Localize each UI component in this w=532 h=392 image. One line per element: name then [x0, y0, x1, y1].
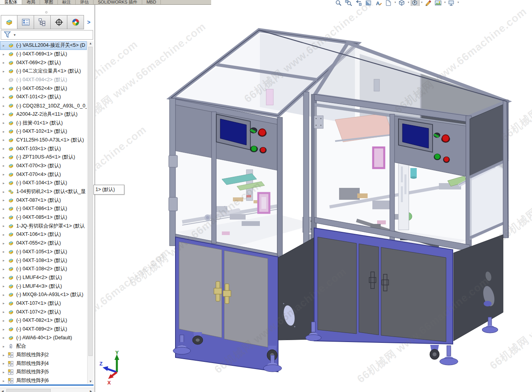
- expand-arrow-icon[interactable]: ▸: [3, 327, 8, 331]
- tree-item[interactable]: ▸(-) LMUF4<2> (默认): [0, 273, 87, 282]
- expand-arrow-icon[interactable]: ▸: [3, 95, 8, 99]
- expand-arrow-icon[interactable]: ▸: [3, 155, 8, 159]
- tree-item[interactable]: ▸(-) AWA6-40<1> (Default): [0, 333, 87, 342]
- apply-scene-icon[interactable]: [435, 0, 442, 6]
- tree-item[interactable]: ▸(-) 04XT-085<1> (默认): [0, 213, 87, 222]
- tree-item[interactable]: ▸局部线性阵列2: [0, 351, 87, 359]
- expand-arrow-icon[interactable]: ▸: [3, 284, 8, 288]
- expand-arrow-icon[interactable]: ▸: [3, 344, 8, 348]
- expand-arrow-icon[interactable]: ▸: [3, 69, 8, 73]
- tree-item[interactable]: ▸(-) 04XT-102<1> (默认): [0, 127, 87, 136]
- tree-item[interactable]: ▸(-) 04XT-105<1> (默认): [0, 248, 87, 256]
- expand-arrow-icon[interactable]: ▸: [3, 121, 8, 125]
- tree-item[interactable]: ▸(-) MXQ8-10A-A93L<1> (默认): [0, 291, 87, 299]
- tree-item[interactable]: ▸(-) 04XT-089<2> (默认): [0, 325, 87, 334]
- view-settings-caret-icon[interactable]: ▾: [395, 1, 396, 4]
- tree-item[interactable]: ▸04XT-070<4> (默认): [0, 170, 87, 179]
- tree-vertical-scrollbar[interactable]: ▲ ▼: [87, 41, 93, 384]
- section-view-icon[interactable]: [365, 0, 373, 6]
- tree-item[interactable]: ▸04XT-087<1> (默认): [0, 196, 87, 205]
- expand-arrow-icon[interactable]: ▸: [3, 258, 8, 262]
- expand-arrow-icon[interactable]: ▸: [3, 301, 8, 305]
- ribbon-tab[interactable]: MBD: [142, 0, 161, 4]
- filter-caret-icon[interactable]: ▼: [13, 33, 16, 37]
- expand-arrow-icon[interactable]: ▸: [3, 224, 8, 228]
- tree-item[interactable]: ▸配合: [0, 342, 87, 351]
- vertical-scroll-thumb[interactable]: [88, 47, 93, 356]
- tree-item[interactable]: ▸(-) 04二次定位量具<1> (默认): [0, 67, 87, 76]
- tree-item[interactable]: ▸(-) 04XT-086<1> (默认): [0, 205, 87, 213]
- expand-arrow-icon[interactable]: ▸: [3, 267, 8, 271]
- rollback-bar[interactable]: [0, 384, 93, 386]
- model-left-front[interactable]: [169, 98, 282, 261]
- tree-item[interactable]: ▸(-) 扭簧-01<1> (默认): [0, 119, 87, 127]
- fm-tab-overflow-arrow[interactable]: >: [84, 15, 93, 29]
- expand-arrow-icon[interactable]: ▸: [3, 190, 8, 194]
- tree-item[interactable]: ▸04XT-070<3> (默认): [0, 162, 87, 170]
- tree-item[interactable]: ▸(-) 04XT-052<4> (默认): [0, 84, 87, 93]
- expand-arrow-icon[interactable]: ▸: [3, 52, 8, 56]
- model-right-front[interactable]: [315, 94, 471, 251]
- tree-item[interactable]: (-) 04XT-094<2> (默认): [0, 76, 87, 84]
- expand-arrow-icon[interactable]: ▸: [3, 112, 8, 116]
- expand-arrow-icon[interactable]: ▸: [3, 181, 8, 185]
- graphics-viewport[interactable]: 66机械网 www.66machine.com66机械网 www.66machi…: [95, 5, 532, 392]
- annotations-icon[interactable]: A: [375, 0, 383, 6]
- tree-item[interactable]: ▸04XT-107<2> (默认): [0, 308, 87, 316]
- tree-item[interactable]: ▸A2004-JZ-2治具<11> (默认): [0, 110, 87, 119]
- tree-item[interactable]: ▸(-) ZPT10US-A5<1> (默认): [0, 153, 87, 162]
- tree-item[interactable]: ▸04XT-107<1> (默认): [0, 299, 87, 308]
- view-orientation-icon[interactable]: [411, 0, 419, 6]
- tree-item[interactable]: ▸局部线性阵列6: [0, 377, 87, 384]
- expand-arrow-icon[interactable]: ▸: [3, 147, 8, 151]
- previous-view-icon[interactable]: [355, 0, 363, 6]
- tree-item[interactable]: ▸局部线性阵列5: [0, 368, 87, 377]
- expand-arrow-icon[interactable]: ▸: [3, 216, 8, 220]
- expand-arrow-icon[interactable]: ▸: [3, 379, 8, 383]
- panel-divider[interactable]: [94, 5, 95, 392]
- display-states-caret-icon[interactable]: ▾: [458, 1, 459, 4]
- fm-tab-features-tree[interactable]: [1, 15, 17, 29]
- expand-arrow-icon[interactable]: ▸: [3, 241, 8, 245]
- expand-arrow-icon[interactable]: ▸: [3, 172, 8, 176]
- fm-tab-configuration-manager[interactable]: [34, 15, 51, 29]
- expand-arrow-icon[interactable]: ▸: [3, 310, 8, 314]
- expand-arrow-icon[interactable]: ▸: [3, 207, 8, 211]
- scroll-down-arrow[interactable]: ▼: [88, 380, 93, 383]
- tree-item[interactable]: ▸04XT-101<2> (默认): [0, 93, 87, 101]
- ribbon-tab[interactable]: 装配体: [0, 0, 22, 4]
- expand-arrow-icon[interactable]: ▸: [3, 293, 8, 297]
- tree-item[interactable]: ▸(-) 04XT-108<2> (默认): [0, 265, 87, 273]
- display-style-caret-icon[interactable]: ▾: [408, 1, 410, 4]
- ribbon-tab[interactable]: SOLIDWORKS 插件: [93, 0, 142, 4]
- expand-arrow-icon[interactable]: ▸: [3, 130, 8, 134]
- expand-arrow-icon[interactable]: ▸: [3, 319, 8, 323]
- expand-arrow-icon[interactable]: ▸: [3, 61, 8, 65]
- zoom-area-icon[interactable]: [345, 0, 353, 6]
- tree-item[interactable]: ▸(-) CDQ2B12_10DZ_A93L_0_0_C: [0, 101, 87, 110]
- expand-arrow-icon[interactable]: ▸: [3, 233, 8, 237]
- ribbon-tab[interactable]: 草图: [40, 0, 58, 4]
- tree-item[interactable]: ▸04XT-055<2> (默认): [0, 239, 87, 248]
- edit-appearance-icon[interactable]: [425, 0, 433, 6]
- model-right-end[interactable]: [470, 100, 508, 240]
- expand-arrow-icon[interactable]: ▸: [3, 86, 8, 90]
- fm-tab-property-manager[interactable]: [17, 15, 34, 29]
- tree-item[interactable]: ▸04XT-103<1> (默认): [0, 144, 87, 153]
- tree-item[interactable]: ▸(-) 04XT-069<1> (默认): [0, 50, 87, 59]
- horizontal-scroll-thumb[interactable]: [6, 389, 51, 392]
- cabinet-left[interactable]: [175, 237, 278, 372]
- expand-arrow-icon[interactable]: ▸: [3, 198, 8, 202]
- panel-gripper[interactable]: [45, 11, 48, 13]
- tree-horizontal-scrollbar[interactable]: ◄ ►: [0, 388, 94, 392]
- expand-arrow-icon[interactable]: ▸: [3, 353, 8, 357]
- ribbon-tab[interactable]: 标注: [58, 0, 76, 4]
- tree-item[interactable]: ▸(-) 04XT-104<1> (默认): [0, 179, 87, 187]
- 3d-model[interactable]: [95, 5, 532, 392]
- cabinet-side-panel[interactable]: [454, 235, 503, 341]
- tree-item[interactable]: ▸04XT-106<1> (默认): [0, 230, 87, 239]
- tree-item[interactable]: ▸(-) VASLL2004-接近开关<5> (D: [0, 41, 87, 50]
- expand-arrow-icon[interactable]: ▸: [3, 104, 8, 108]
- tree-item[interactable]: ▸04XT-069<2> (默认): [0, 58, 87, 67]
- expand-arrow-icon[interactable]: ▸: [3, 250, 8, 254]
